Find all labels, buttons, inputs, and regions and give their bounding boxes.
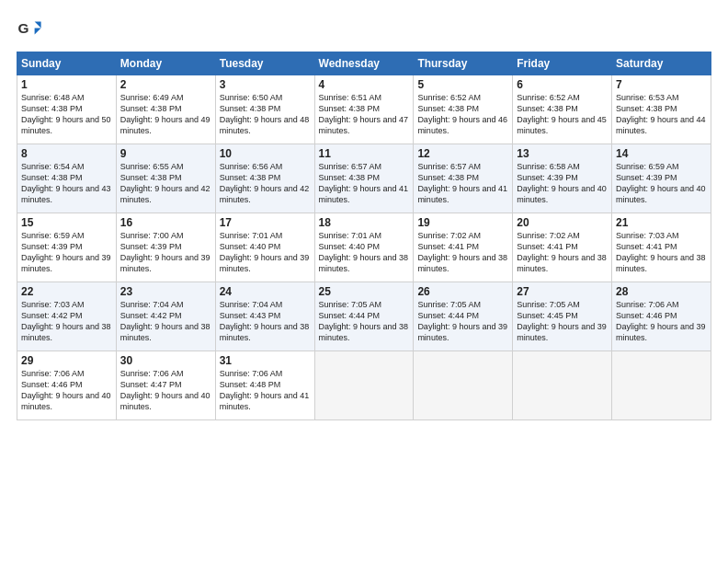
week-row-1: 1Sunrise: 6:48 AMSunset: 4:38 PMDaylight… (17, 75, 711, 144)
cell-info: Sunrise: 7:05 AMSunset: 4:44 PMDaylight:… (417, 300, 507, 342)
day-number: 2 (120, 78, 211, 91)
calendar-table: SundayMondayTuesdayWednesdayThursdayFrid… (17, 52, 711, 420)
week-row-3: 15Sunrise: 6:59 AMSunset: 4:39 PMDayligh… (17, 213, 711, 282)
calendar-cell: 13Sunrise: 6:58 AMSunset: 4:39 PMDayligh… (513, 144, 612, 213)
day-number: 6 (517, 78, 608, 91)
calendar-cell (414, 351, 513, 420)
calendar-cell: 26Sunrise: 7:05 AMSunset: 4:44 PMDayligh… (414, 282, 513, 351)
day-number: 14 (616, 147, 707, 160)
page: G SundayMondayTuesdayWednesdayThursdayFr… (0, 0, 728, 563)
calendar-cell: 16Sunrise: 7:00 AMSunset: 4:39 PMDayligh… (116, 213, 215, 282)
cell-info: Sunrise: 6:52 AMSunset: 4:38 PMDaylight:… (517, 93, 607, 135)
calendar-cell (314, 351, 414, 420)
cell-info: Sunrise: 6:53 AMSunset: 4:38 PMDaylight:… (616, 93, 706, 135)
cell-info: Sunrise: 7:06 AMSunset: 4:46 PMDaylight:… (616, 300, 706, 342)
cell-info: Sunrise: 7:05 AMSunset: 4:44 PMDaylight:… (319, 300, 409, 342)
calendar-cell: 23Sunrise: 7:04 AMSunset: 4:42 PMDayligh… (116, 282, 215, 351)
cell-info: Sunrise: 7:04 AMSunset: 4:43 PMDaylight:… (220, 300, 310, 342)
day-number: 19 (417, 216, 508, 229)
header-cell-tuesday: Tuesday (215, 52, 314, 75)
calendar-cell: 31Sunrise: 7:06 AMSunset: 4:48 PMDayligh… (215, 351, 314, 420)
calendar-cell: 15Sunrise: 6:59 AMSunset: 4:39 PMDayligh… (17, 213, 117, 282)
cell-info: Sunrise: 6:51 AMSunset: 4:38 PMDaylight:… (319, 93, 409, 135)
calendar-cell: 1Sunrise: 6:48 AMSunset: 4:38 PMDaylight… (17, 75, 117, 144)
day-number: 26 (417, 285, 508, 298)
day-number: 31 (220, 354, 311, 367)
calendar-cell (513, 351, 612, 420)
calendar-cell: 9Sunrise: 6:55 AMSunset: 4:38 PMDaylight… (116, 144, 215, 213)
cell-info: Sunrise: 7:06 AMSunset: 4:46 PMDaylight:… (21, 369, 111, 411)
day-number: 11 (319, 147, 410, 160)
cell-info: Sunrise: 7:01 AMSunset: 4:40 PMDaylight:… (319, 231, 409, 273)
calendar-cell: 14Sunrise: 6:59 AMSunset: 4:39 PMDayligh… (612, 144, 711, 213)
calendar-cell: 21Sunrise: 7:03 AMSunset: 4:41 PMDayligh… (612, 213, 711, 282)
day-number: 25 (319, 285, 410, 298)
calendar-cell: 6Sunrise: 6:52 AMSunset: 4:38 PMDaylight… (513, 75, 612, 144)
cell-info: Sunrise: 7:02 AMSunset: 4:41 PMDaylight:… (417, 231, 507, 273)
cell-info: Sunrise: 7:05 AMSunset: 4:45 PMDaylight:… (517, 300, 607, 342)
cell-info: Sunrise: 7:00 AMSunset: 4:39 PMDaylight:… (120, 231, 210, 273)
cell-info: Sunrise: 6:58 AMSunset: 4:39 PMDaylight:… (517, 162, 607, 204)
calendar-cell: 4Sunrise: 6:51 AMSunset: 4:38 PMDaylight… (314, 75, 414, 144)
header-row: SundayMondayTuesdayWednesdayThursdayFrid… (17, 52, 711, 75)
day-number: 22 (21, 285, 112, 298)
header-cell-sunday: Sunday (17, 52, 117, 75)
day-number: 4 (319, 78, 410, 91)
day-number: 24 (220, 285, 311, 298)
cell-info: Sunrise: 6:49 AMSunset: 4:38 PMDaylight:… (120, 93, 210, 135)
cell-info: Sunrise: 6:56 AMSunset: 4:38 PMDaylight:… (220, 162, 310, 204)
calendar-cell: 7Sunrise: 6:53 AMSunset: 4:38 PMDaylight… (612, 75, 711, 144)
calendar-cell: 5Sunrise: 6:52 AMSunset: 4:38 PMDaylight… (414, 75, 513, 144)
week-row-5: 29Sunrise: 7:06 AMSunset: 4:46 PMDayligh… (17, 351, 711, 420)
cell-info: Sunrise: 7:06 AMSunset: 4:47 PMDaylight:… (120, 369, 210, 411)
calendar-cell: 24Sunrise: 7:04 AMSunset: 4:43 PMDayligh… (215, 282, 314, 351)
calendar-cell: 3Sunrise: 6:50 AMSunset: 4:38 PMDaylight… (215, 75, 314, 144)
svg-marker-2 (35, 29, 41, 35)
day-number: 27 (517, 285, 608, 298)
header: G (17, 17, 711, 42)
calendar-cell: 22Sunrise: 7:03 AMSunset: 4:42 PMDayligh… (17, 282, 117, 351)
calendar-cell: 8Sunrise: 6:54 AMSunset: 4:38 PMDaylight… (17, 144, 117, 213)
day-number: 23 (120, 285, 211, 298)
header-cell-friday: Friday (513, 52, 612, 75)
cell-info: Sunrise: 6:57 AMSunset: 4:38 PMDaylight:… (417, 162, 507, 204)
cell-info: Sunrise: 7:04 AMSunset: 4:42 PMDaylight:… (120, 300, 210, 342)
calendar-cell: 25Sunrise: 7:05 AMSunset: 4:44 PMDayligh… (314, 282, 414, 351)
day-number: 7 (616, 78, 707, 91)
calendar-cell: 11Sunrise: 6:57 AMSunset: 4:38 PMDayligh… (314, 144, 414, 213)
calendar-cell (612, 351, 711, 420)
cell-info: Sunrise: 7:03 AMSunset: 4:42 PMDaylight:… (21, 300, 111, 342)
day-number: 12 (417, 147, 508, 160)
header-cell-monday: Monday (116, 52, 215, 75)
header-cell-thursday: Thursday (414, 52, 513, 75)
day-number: 3 (220, 78, 311, 91)
day-number: 20 (517, 216, 608, 229)
day-number: 9 (120, 147, 211, 160)
cell-info: Sunrise: 6:50 AMSunset: 4:38 PMDaylight:… (220, 93, 310, 135)
day-number: 13 (517, 147, 608, 160)
day-number: 10 (220, 147, 311, 160)
calendar-cell: 10Sunrise: 6:56 AMSunset: 4:38 PMDayligh… (215, 144, 314, 213)
day-number: 30 (120, 354, 211, 367)
svg-marker-1 (35, 22, 41, 29)
calendar-cell: 18Sunrise: 7:01 AMSunset: 4:40 PMDayligh… (314, 213, 414, 282)
calendar-cell: 19Sunrise: 7:02 AMSunset: 4:41 PMDayligh… (414, 213, 513, 282)
week-row-2: 8Sunrise: 6:54 AMSunset: 4:38 PMDaylight… (17, 144, 711, 213)
logo-icon: G (17, 17, 42, 42)
logo: G (17, 17, 44, 42)
cell-info: Sunrise: 7:02 AMSunset: 4:41 PMDaylight:… (517, 231, 607, 273)
calendar-cell: 29Sunrise: 7:06 AMSunset: 4:46 PMDayligh… (17, 351, 117, 420)
cell-info: Sunrise: 6:52 AMSunset: 4:38 PMDaylight:… (417, 93, 507, 135)
cell-info: Sunrise: 6:54 AMSunset: 4:38 PMDaylight:… (21, 162, 111, 204)
day-number: 5 (417, 78, 508, 91)
cell-info: Sunrise: 6:57 AMSunset: 4:38 PMDaylight:… (319, 162, 409, 204)
cell-info: Sunrise: 6:59 AMSunset: 4:39 PMDaylight:… (21, 231, 111, 273)
calendar-cell: 17Sunrise: 7:01 AMSunset: 4:40 PMDayligh… (215, 213, 314, 282)
calendar-cell: 27Sunrise: 7:05 AMSunset: 4:45 PMDayligh… (513, 282, 612, 351)
cell-info: Sunrise: 6:48 AMSunset: 4:38 PMDaylight:… (21, 93, 111, 135)
day-number: 8 (21, 147, 112, 160)
cell-info: Sunrise: 7:03 AMSunset: 4:41 PMDaylight:… (616, 231, 706, 273)
calendar-cell: 20Sunrise: 7:02 AMSunset: 4:41 PMDayligh… (513, 213, 612, 282)
day-number: 17 (220, 216, 311, 229)
day-number: 1 (21, 78, 112, 91)
